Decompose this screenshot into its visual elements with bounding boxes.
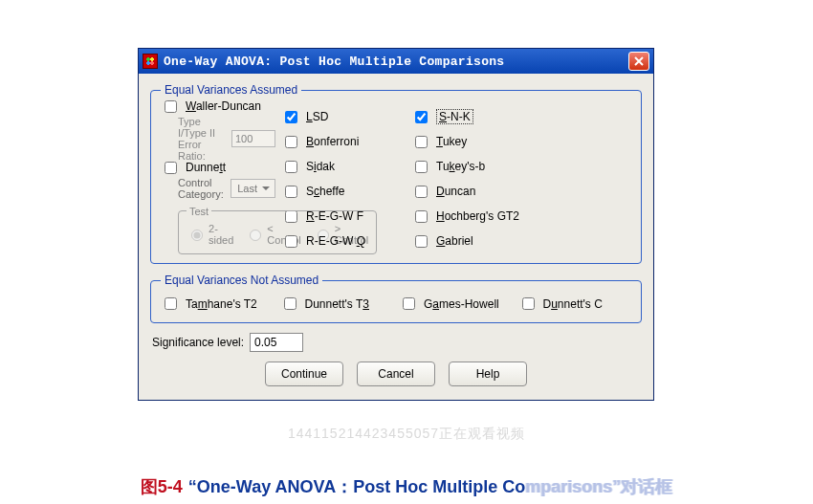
label-sidak: Sidak	[306, 160, 335, 173]
dialog-post-hoc: One-Way ANOVA: Post Hoc Multiple Compari…	[138, 48, 654, 401]
cb-tukey[interactable]: Tukey	[411, 133, 631, 151]
cb-gabriel[interactable]: Gabriel	[411, 232, 631, 251]
control-cat-select: Last	[231, 179, 275, 198]
continue-button[interactable]: Continue	[265, 362, 343, 386]
sig-label: Significance level:	[152, 336, 244, 349]
label-games-howell: Games-Howell	[424, 297, 499, 311]
label-dunnetts-c: Dunnett's C	[543, 297, 603, 311]
cb-waller-duncan[interactable]: Waller-Duncan	[161, 98, 275, 116]
checkbox-tamhane[interactable]	[165, 297, 177, 310]
checkbox-dunnett-t3[interactable]	[284, 297, 297, 310]
label-gabriel: Gabriel	[436, 234, 473, 248]
caption-fignum: 图5-4	[141, 477, 183, 496]
cb-scheffe[interactable]: Scheffe	[281, 183, 406, 201]
checkbox-waller[interactable]	[165, 100, 177, 113]
radio-2sided: 2-sided	[187, 223, 233, 246]
checkbox-scheffe[interactable]	[285, 186, 297, 198]
cb-dunnett-t3[interactable]: Dunnett's T3	[280, 295, 394, 313]
cb-hochberg[interactable]: Hochberg's GT2	[411, 208, 631, 226]
cb-duncan[interactable]: Duncan	[411, 183, 631, 201]
control-cat-value: Last	[237, 183, 257, 194]
checkbox-lsd[interactable]	[285, 111, 297, 123]
checkbox-sidak[interactable]	[285, 161, 297, 173]
figure-caption: 图5-4“One-Way ANOVA：Post Hoc Multiple Com…	[0, 475, 813, 498]
label-waller: Waller-Duncan	[186, 99, 261, 113]
label-bonferroni: Bonferroni	[306, 135, 359, 148]
label-tamhane: Tamhane's T2	[186, 297, 257, 311]
cb-dunnetts-c[interactable]: Dunnett's C	[518, 295, 632, 313]
checkbox-games-howell[interactable]	[403, 297, 415, 310]
help-button[interactable]: Help	[449, 362, 527, 386]
dunnett-block: Dunnett Control Category: Last	[161, 159, 275, 200]
group-equal-legend: Equal Variances Assumed	[161, 83, 301, 97]
checkbox-tukeys-b[interactable]	[415, 161, 428, 173]
checkbox-dunnett[interactable]	[165, 162, 177, 174]
checkbox-duncan[interactable]	[415, 186, 428, 198]
cb-bonferroni[interactable]: Bonferroni	[281, 133, 406, 151]
group-unequal-variances: Equal Variances Not Assumed Tamhane's T2…	[150, 274, 642, 323]
caption-faded: mparisons”对话框	[525, 477, 672, 496]
label-scheffe: Scheffe	[306, 185, 345, 198]
label-hochberg: Hochberg's GT2	[436, 209, 519, 223]
label-regwq: R-E-G-W Q	[306, 234, 365, 248]
control-cat-label: Control Category:	[178, 177, 225, 200]
label-dunnett-t3: Dunnett's T3	[305, 297, 369, 311]
test-legend: Test	[187, 206, 211, 217]
significance-row: Significance level:	[152, 333, 642, 352]
radio-2sided-input	[191, 230, 203, 241]
label-snk: S-N-K	[436, 109, 473, 124]
title-text: One-Way ANOVA: Post Hoc Multiple Compari…	[164, 55, 504, 69]
label-duncan: Duncan	[436, 185, 475, 198]
group-equal-variances: Equal Variances Assumed LSD S-N-K Waller…	[150, 83, 642, 264]
control-cat-row: Control Category: Last	[178, 177, 275, 200]
cb-snk[interactable]: S-N-K	[411, 108, 631, 126]
group-unequal-legend: Equal Variances Not Assumed	[161, 274, 322, 287]
close-icon	[634, 56, 644, 66]
button-row: Continue Cancel Help	[150, 362, 642, 388]
cb-dunnett[interactable]: Dunnett	[161, 159, 275, 177]
checkbox-bonferroni[interactable]	[285, 136, 297, 148]
app-icon	[143, 54, 158, 69]
caption-main: One-Way ANOVA：Post Hoc Multiple Co	[197, 477, 525, 496]
checkbox-tukey[interactable]	[415, 136, 428, 148]
close-button[interactable]	[628, 52, 649, 71]
waller-block: Waller-Duncan Type I/Type II Error Ratio…	[161, 98, 275, 162]
cb-tamhane[interactable]: Tamhane's T2	[161, 295, 275, 313]
cb-sidak[interactable]: Sidak	[281, 158, 406, 176]
err-ratio-label: Type I/Type II Error Ratio:	[178, 116, 226, 162]
err-ratio-input	[231, 130, 275, 147]
equal-grid: LSD S-N-K Waller-Duncan Type I/Type II E…	[161, 104, 631, 253]
cb-lsd[interactable]: LSD	[281, 108, 406, 126]
checkbox-snk[interactable]	[415, 111, 428, 123]
radio-lt-input	[250, 230, 261, 241]
cb-regwq[interactable]: R-E-G-W Q	[281, 232, 406, 251]
checkbox-dunnetts-c[interactable]	[522, 297, 535, 310]
checkbox-regwq[interactable]	[285, 235, 297, 248]
sig-input[interactable]	[250, 333, 303, 352]
err-ratio-row: Type I/Type II Error Ratio:	[178, 116, 275, 162]
cb-games-howell[interactable]: Games-Howell	[399, 295, 513, 313]
label-lsd: LSD	[306, 110, 328, 123]
label-dunnett: Dunnett	[186, 161, 226, 174]
titlebar[interactable]: One-Way ANOVA: Post Hoc Multiple Compari…	[139, 49, 653, 74]
watermark-text: 144115214423455057正在观看视频	[0, 426, 813, 443]
test-block: Test 2-sided < Control	[161, 204, 275, 254]
label-tukey: Tukey	[436, 135, 467, 148]
checkbox-hochberg[interactable]	[415, 210, 428, 223]
cb-tukeys-b[interactable]: Tukey's-b	[411, 158, 631, 176]
dialog-body: Equal Variances Assumed LSD S-N-K Waller…	[139, 74, 653, 400]
unequal-grid: Tamhane's T2 Dunnett's T3 Games-Howell D…	[161, 295, 631, 313]
checkbox-gabriel[interactable]	[415, 235, 428, 248]
cancel-button[interactable]: Cancel	[357, 362, 435, 386]
label-tukeys-b: Tukey's-b	[436, 160, 485, 173]
